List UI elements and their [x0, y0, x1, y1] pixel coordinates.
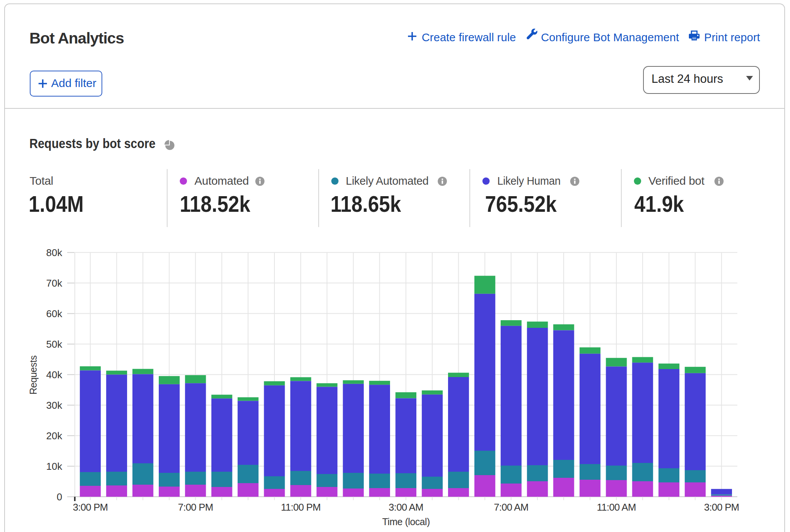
svg-text:7:00 AM: 7:00 AM	[494, 501, 529, 513]
svg-text:60k: 60k	[46, 308, 63, 319]
svg-text:20k: 20k	[46, 430, 63, 442]
svg-text:3:00 AM: 3:00 AM	[389, 501, 423, 513]
svg-text:50k: 50k	[46, 339, 63, 350]
svg-text:0: 0	[57, 491, 62, 503]
svg-text:3:00 PM: 3:00 PM	[704, 501, 739, 513]
svg-text:7:00 PM: 7:00 PM	[178, 501, 213, 513]
svg-text:3:00 PM: 3:00 PM	[73, 501, 108, 513]
svg-text:Time (local): Time (local)	[382, 516, 430, 527]
svg-text:30k: 30k	[46, 400, 63, 411]
svg-text:80k: 80k	[46, 247, 63, 258]
svg-text:11:00 AM: 11:00 AM	[597, 501, 636, 513]
svg-text:11:00 PM: 11:00 PM	[281, 501, 321, 513]
svg-text:70k: 70k	[46, 277, 63, 289]
svg-text:40k: 40k	[46, 369, 63, 380]
svg-text:10k: 10k	[46, 461, 63, 472]
svg-text:Requests: Requests	[28, 355, 39, 394]
